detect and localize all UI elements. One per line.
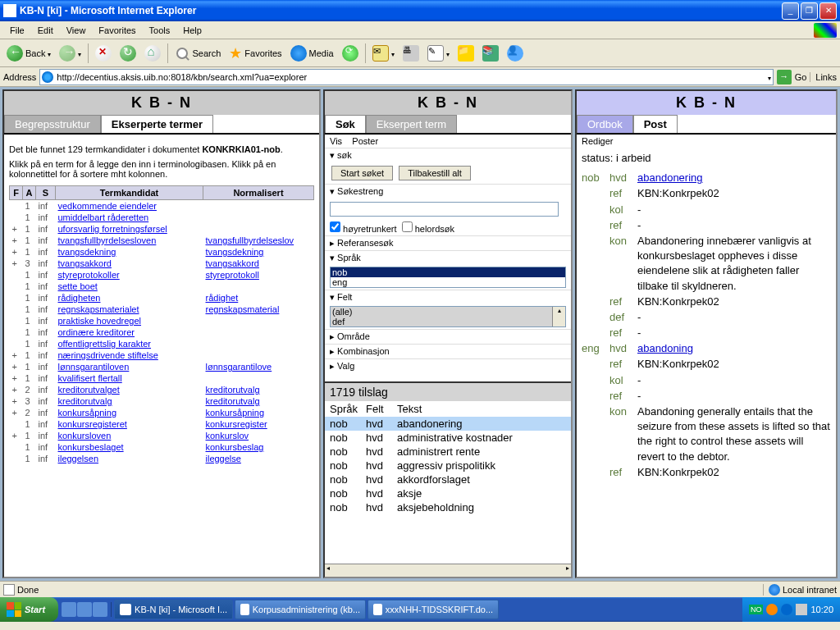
hit-row[interactable]: nobhvdadministrert rente xyxy=(325,445,571,459)
taskbar-item[interactable]: KB-N [ki] - Microsoft I... xyxy=(114,600,233,619)
tab-begrepsstruktur[interactable]: Begrepsstruktur xyxy=(4,115,101,133)
table-row[interactable]: 1infkonkursbeslagetkonkursbeslag xyxy=(10,441,314,453)
tab-ordbok[interactable]: Ordbok xyxy=(577,115,633,133)
col-normalisert[interactable]: Normalisert xyxy=(203,186,314,200)
start-search-button[interactable]: Start søket xyxy=(331,166,393,180)
table-row[interactable]: 1infsette boet xyxy=(10,281,314,292)
lang-nob[interactable]: nob xyxy=(331,267,565,277)
menu-tools[interactable]: Tools xyxy=(143,24,177,37)
table-row[interactable]: 1infrådighetenrådighet xyxy=(10,292,314,304)
felt-list[interactable]: (alle) def ▴ xyxy=(330,306,566,327)
table-row[interactable]: +1infkvalifisert flertall xyxy=(10,372,314,384)
close-button[interactable]: ✕ xyxy=(819,2,837,20)
pane2-hscroll[interactable]: ◂▸ xyxy=(325,564,571,577)
menu-help[interactable]: Help xyxy=(176,24,208,37)
felt-scrollbar[interactable]: ▴ xyxy=(552,307,565,326)
folder-button[interactable]: 📁 xyxy=(454,43,477,64)
felt-alle[interactable]: (alle) xyxy=(331,307,565,317)
home-button[interactable] xyxy=(141,43,164,64)
start-button[interactable]: Start xyxy=(0,597,58,622)
menu-file[interactable]: File xyxy=(3,24,31,37)
print-button[interactable]: 🖶 xyxy=(399,43,422,64)
tray-volume-icon[interactable] xyxy=(796,604,807,615)
tab-ekserperte-termer[interactable]: Ekserperte termer xyxy=(101,115,213,133)
hit-row[interactable]: nobhvdakkordforslaget xyxy=(325,472,571,486)
table-row[interactable]: +1inflønnsgarantilovenlønnsgarantilove xyxy=(10,361,314,372)
favorites-button[interactable]: ★Favorites xyxy=(226,43,285,64)
table-row[interactable]: +1inftvangsdekningtvangsdekning xyxy=(10,246,314,258)
clock[interactable]: 10:20 xyxy=(810,605,833,614)
omrade-toggle[interactable]: ▸ xyxy=(330,331,337,341)
kombinasjon-toggle[interactable]: ▸ xyxy=(330,346,337,356)
valg-toggle[interactable]: ▸ xyxy=(330,361,337,371)
hit-row[interactable]: nobhvdadministrative kostnader xyxy=(325,431,571,445)
hoyretrunkert-checkbox[interactable] xyxy=(330,221,340,232)
table-row[interactable]: +1infkonkurslovenkonkurslov xyxy=(10,430,314,441)
tray-icon-1[interactable] xyxy=(766,604,778,615)
sok-toggle[interactable]: ▾ xyxy=(330,150,337,160)
ql-ie-icon[interactable] xyxy=(62,602,76,617)
lang-eng[interactable]: eng xyxy=(331,277,565,287)
table-row[interactable]: 1infstyreprotokollerstyreprotokoll xyxy=(10,269,314,281)
hit-row[interactable]: nobhvdaksje xyxy=(325,486,571,500)
menu-view[interactable]: View xyxy=(60,24,93,37)
table-row[interactable]: 1infordinære kreditorer xyxy=(10,326,314,338)
felt-toggle[interactable]: ▾ xyxy=(330,292,337,302)
hit-row[interactable]: nobhvdaggressiv prispolitikk xyxy=(325,459,571,472)
tab-post[interactable]: Post xyxy=(633,115,678,133)
table-row[interactable]: 1infkonkursregisteretkonkursregister xyxy=(10,418,314,430)
col-s[interactable]: S xyxy=(36,186,56,200)
stop-button[interactable] xyxy=(92,43,115,64)
ql-desktop-icon[interactable] xyxy=(77,602,92,617)
address-input[interactable]: http://decentius.aksis.uib.no:8018/kbn/s… xyxy=(39,69,773,85)
history-button[interactable]: ⟳ xyxy=(339,43,362,64)
tray-icon-2[interactable] xyxy=(781,604,792,615)
col-f[interactable]: F xyxy=(10,186,23,200)
col-a[interactable]: A xyxy=(23,186,36,200)
mail-button[interactable]: ✉ xyxy=(369,43,398,64)
tab-sok[interactable]: Søk xyxy=(325,115,366,133)
referansesok-toggle[interactable]: ▸ xyxy=(330,238,337,248)
table-row[interactable]: 1infregnskapsmaterialetregnskapsmaterial xyxy=(10,304,314,315)
table-row[interactable]: +1inftvangsfullbyrdelsesloventvangsfullb… xyxy=(10,235,314,246)
research-button[interactable]: 📚 xyxy=(479,43,502,64)
sprak-toggle[interactable]: ▾ xyxy=(330,253,337,262)
links-button[interactable]: Links xyxy=(810,72,837,82)
table-row[interactable]: 1infpraktiske hovedregel xyxy=(10,315,314,326)
hit-row[interactable]: nobhvdabandonering xyxy=(325,417,571,431)
table-row[interactable]: +3infkreditorutvalgkreditorutvalg xyxy=(10,395,314,407)
language-list[interactable]: nob eng xyxy=(330,267,566,288)
table-row[interactable]: 1infumiddelbart råderetten xyxy=(10,212,314,223)
table-row[interactable]: 1infvedkommende eiendeler xyxy=(10,200,314,212)
media-button[interactable]: Media xyxy=(287,43,337,64)
minimize-button[interactable]: _ xyxy=(782,2,799,20)
reset-button[interactable]: Tilbakestill alt xyxy=(399,166,471,180)
back-button[interactable]: ←Back xyxy=(3,43,54,64)
sokestreng-toggle[interactable]: ▾ xyxy=(330,186,337,196)
table-row[interactable]: +2infkreditorutvalgetkreditorutvalg xyxy=(10,384,314,395)
helordsok-checkbox[interactable] xyxy=(402,221,413,232)
tray-lang[interactable]: NO xyxy=(749,605,764,614)
col-termkandidat[interactable]: Termkandidat xyxy=(56,186,203,200)
address-dropdown-icon[interactable] xyxy=(768,72,771,82)
taskbar-item[interactable]: Korpusadministrering (kb... xyxy=(235,600,366,619)
search-input[interactable] xyxy=(330,202,559,217)
table-row[interactable]: +1infuforsvarlig forretningsførsel xyxy=(10,223,314,235)
refresh-button[interactable] xyxy=(116,43,139,64)
menu-favorites[interactable]: Favorites xyxy=(92,24,142,37)
table-row[interactable]: +1infnæringsdrivende stiftelse xyxy=(10,349,314,361)
edit-button[interactable]: ✎ xyxy=(424,43,453,64)
forward-button[interactable]: → xyxy=(56,43,84,64)
ql-app-icon[interactable] xyxy=(93,602,107,617)
rediger-link[interactable]: Rediger xyxy=(577,135,836,148)
maximize-button[interactable]: ❐ xyxy=(801,2,818,20)
hit-row[interactable]: nobhvdaksjebeholdning xyxy=(325,500,571,514)
search-button[interactable]: Search xyxy=(171,43,224,64)
table-row[interactable]: 1infoffentligrettslig karakter xyxy=(10,338,314,349)
table-row[interactable]: +2infkonkursåpningkonkursåpning xyxy=(10,407,314,418)
taskbar-item[interactable]: xxxNHH-TIDSSKRIFT.do... xyxy=(368,600,499,619)
felt-def[interactable]: def xyxy=(331,317,565,326)
table-row[interactable]: 1infileggelsenileggelse xyxy=(10,453,314,464)
messenger-button[interactable]: 👤 xyxy=(504,43,527,64)
menu-edit[interactable]: Edit xyxy=(31,24,60,37)
